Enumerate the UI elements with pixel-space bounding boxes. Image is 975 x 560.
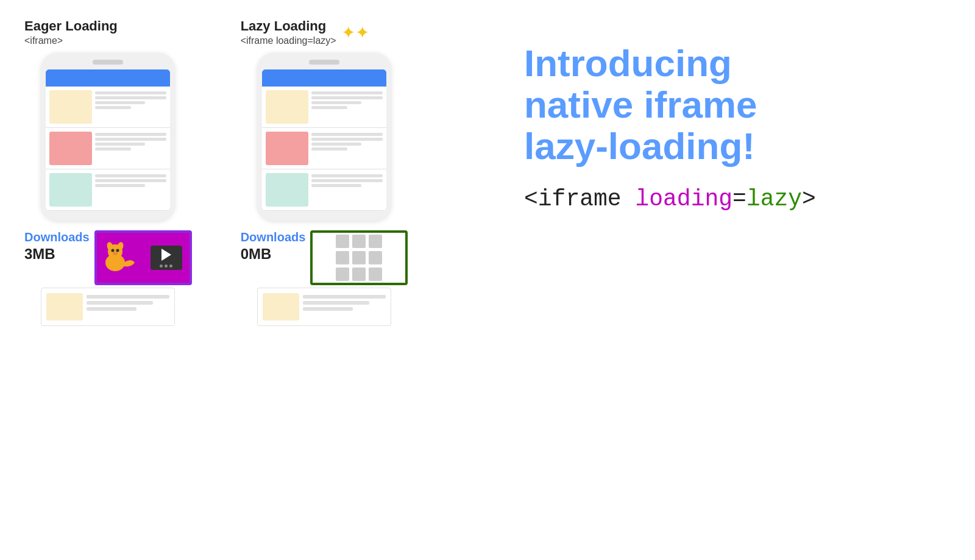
phone-notch-eager: [93, 60, 123, 65]
eager-card-2-line-3: [95, 143, 145, 146]
code-loading-attr: loading: [635, 186, 732, 212]
code-iframe-tag: <iframe: [524, 186, 635, 212]
eager-below-line-2: [87, 301, 153, 305]
code-lazy-value: lazy: [746, 186, 802, 212]
spinner-cell-6: [369, 251, 382, 264]
lazy-card-1-line-2: [311, 96, 383, 99]
eager-card-1-line-1: [95, 91, 166, 94]
eager-below-card-thumb: [46, 293, 83, 321]
lazy-header-bar: [262, 69, 386, 87]
lazy-downloads-size: 0MB: [241, 246, 272, 263]
lazy-card-3-line-3: [311, 184, 361, 187]
lazy-label: Lazy Loading <iframe loading=lazy> ✦✦: [241, 18, 408, 46]
eager-downloads-size: 3MB: [24, 246, 55, 263]
video-dot-1: [160, 264, 163, 268]
spinner-cell-2: [352, 235, 366, 248]
eager-card-1-line-3: [95, 101, 145, 104]
spinner-cell-8: [352, 268, 366, 281]
eager-card-3-thumb: [49, 173, 92, 207]
lazy-downloads-label: Downloads: [241, 230, 306, 244]
eager-card-3-line-1: [95, 174, 166, 177]
lazy-card-2-line-3: [311, 143, 361, 146]
eager-card-2-line-2: [95, 138, 166, 141]
eager-downloads-area: Downloads 3MB: [24, 230, 192, 285]
play-button-icon: [161, 249, 171, 261]
lazy-phone-column: Lazy Loading <iframe loading=lazy> ✦✦: [241, 18, 408, 326]
svg-point-6: [113, 252, 118, 255]
eager-card-3-line-2: [95, 179, 166, 182]
eager-header-bar: [46, 69, 170, 87]
eager-below-card-lines: [87, 293, 169, 311]
video-dot-3: [169, 264, 172, 268]
eager-card-1: [46, 87, 170, 128]
eager-card-2-line-4: [95, 147, 131, 151]
code-snippet: <iframe loading=lazy>: [524, 186, 951, 212]
lazy-card-1-line-3: [311, 101, 361, 104]
eager-card-3: [46, 169, 170, 211]
lazy-label-row: Lazy Loading <iframe loading=lazy> ✦✦: [241, 18, 408, 46]
lazy-below-card: [257, 288, 391, 326]
phones-row: Eager Loading <iframe>: [24, 18, 408, 326]
eager-card-2: [46, 128, 170, 169]
eager-title: Eager Loading: [24, 18, 192, 34]
spinner-cell-4: [336, 251, 349, 264]
sparkle-icon: ✦✦: [341, 23, 369, 43]
svg-point-4: [111, 249, 114, 252]
eager-phone-column: Eager Loading <iframe>: [24, 18, 192, 326]
eager-card-2-line-1: [95, 133, 166, 136]
lazy-phone-screen: [262, 69, 386, 211]
intro-line-3: lazy-loading!: [524, 126, 951, 167]
lazy-card-2-line-1: [311, 133, 383, 136]
eager-card-1-thumb: [49, 90, 92, 124]
lazy-below-line-3: [303, 307, 353, 311]
eager-phone-screen: [46, 69, 170, 211]
lazy-card-1: [262, 87, 386, 128]
spinner-cell-1: [336, 235, 349, 248]
eager-phone-mockup: [41, 52, 175, 221]
lazy-below-card-lines: [303, 293, 386, 311]
eager-iframe-preview: [94, 230, 192, 285]
main-container: Eager Loading <iframe>: [0, 0, 975, 560]
lazy-card-1-line-4: [311, 106, 347, 109]
lazy-card-2-line-4: [311, 147, 347, 151]
lazy-card-3-lines: [311, 173, 383, 187]
lazy-below-line-2: [303, 301, 369, 305]
video-icon-container: [151, 246, 182, 270]
svg-point-5: [116, 249, 119, 252]
dog-icon: [102, 239, 138, 276]
eager-downloads-label: Downloads: [24, 230, 90, 244]
eager-card-1-lines: [95, 90, 166, 109]
eager-phone-content: [46, 87, 170, 211]
spinner-cell-3: [369, 235, 382, 248]
code-equals: =: [732, 186, 746, 212]
intro-title: Introducing native iframe lazy-loading!: [524, 43, 951, 168]
lazy-title: Lazy Loading: [241, 18, 336, 34]
spinner-cell-5: [352, 251, 366, 264]
lazy-card-3-line-2: [311, 179, 383, 182]
eager-downloads-info: Downloads 3MB: [24, 230, 90, 263]
code-bracket: >: [802, 186, 816, 212]
eager-card-1-line-2: [95, 96, 166, 99]
eager-card-2-lines: [95, 132, 166, 151]
eager-card-3-line-3: [95, 184, 145, 187]
eager-below-line-3: [87, 307, 136, 311]
lazy-iframe-preview: [310, 230, 408, 285]
lazy-below-line-1: [303, 295, 386, 299]
lazy-card-1-line-1: [311, 91, 383, 94]
lazy-card-2: [262, 128, 386, 169]
eager-below-line-1: [87, 295, 169, 299]
lazy-card-3-thumb: [266, 173, 308, 207]
right-section: Introducing native iframe lazy-loading! …: [488, 18, 951, 212]
intro-line-1: Introducing: [524, 43, 951, 84]
lazy-card-3: [262, 169, 386, 211]
eager-card-2-thumb: [49, 132, 92, 165]
eager-below-card: [41, 288, 175, 326]
lazy-subtitle: <iframe loading=lazy>: [241, 35, 336, 46]
lazy-card-2-thumb: [266, 132, 308, 165]
lazy-phone-content: [262, 87, 386, 211]
phone-notch-lazy: [309, 60, 339, 65]
lazy-card-2-lines: [311, 132, 383, 151]
lazy-phone-mockup: [257, 52, 391, 221]
lazy-card-2-line-2: [311, 138, 383, 141]
spinner-cell-7: [336, 268, 349, 281]
